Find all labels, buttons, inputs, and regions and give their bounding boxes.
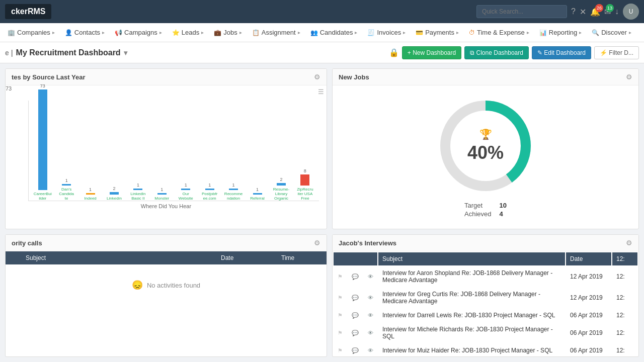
row-flag-icon[interactable]: ⚑ bbox=[334, 266, 347, 287]
new-jobs-settings-icon[interactable]: ⚙ bbox=[626, 73, 632, 81]
nav-campaigns[interactable]: 📢 Campaigns ▸ bbox=[110, 23, 167, 42]
chart-settings-icon[interactable]: ⚙ bbox=[314, 73, 320, 81]
download-icon[interactable]: ↓ bbox=[615, 7, 619, 16]
row-flag-icon[interactable]: ⚑ bbox=[334, 344, 347, 357]
bar-count-label: 1 bbox=[185, 183, 187, 188]
bar[interactable] bbox=[62, 184, 71, 186]
nav-payments-label: Payments bbox=[425, 29, 454, 36]
close-icon[interactable]: ✕ bbox=[580, 7, 586, 17]
nav-payments[interactable]: 💳 Payments ▸ bbox=[411, 23, 464, 42]
bar-name-label: Referral bbox=[250, 196, 264, 201]
row-date: 12 Apr 2019 bbox=[566, 288, 611, 308]
time-arrow: ▸ bbox=[527, 30, 529, 35]
chart-menu-icon[interactable]: ☰ bbox=[318, 88, 324, 96]
row-comment-icon[interactable]: 💬 bbox=[348, 323, 363, 343]
nav-leads[interactable]: ⭐ Leads ▸ bbox=[167, 23, 209, 42]
row-date: 06 Apr 2019 bbox=[566, 309, 611, 322]
nav-invoices[interactable]: 🧾 Invoices ▸ bbox=[362, 23, 411, 42]
bar[interactable] bbox=[205, 189, 214, 190]
calls-col-subject: Subject bbox=[26, 254, 221, 261]
row-eye-icon[interactable]: 👁 bbox=[364, 288, 377, 308]
bar[interactable] bbox=[38, 89, 47, 190]
interviews-header: Jacob's Interviews ⚙ bbox=[333, 235, 638, 251]
nav-discover[interactable]: 🔍 Discover ▸ bbox=[587, 23, 636, 42]
row-eye-icon[interactable]: 👁 bbox=[364, 266, 377, 287]
contacts-icon: 👤 bbox=[65, 29, 72, 36]
table-row: ⚑💬👁Interview for Greg Curtis Re: JOB-186… bbox=[334, 288, 637, 308]
clone-dashboard-button[interactable]: ⧉ Clone Dashboard bbox=[464, 46, 529, 59]
chart-x-label: Where Did You Hear bbox=[13, 203, 319, 209]
top-right-actions: ? ✕ 🔔 26 ✉ 13 ↓ U bbox=[476, 4, 639, 20]
bar-group: 73CareerBui ilder bbox=[31, 83, 54, 201]
bar[interactable] bbox=[133, 189, 142, 190]
new-jobs-widget: New Jobs ⚙ 🏆 40% bbox=[332, 68, 639, 229]
interviews-col-date: Date bbox=[566, 252, 611, 265]
bar[interactable] bbox=[253, 193, 262, 195]
bar-name-label: Monster bbox=[154, 196, 169, 201]
row-eye-icon[interactable]: 👁 bbox=[364, 309, 377, 322]
bars-container: 73CareerBui ilder1Dan's Candida te1Indee… bbox=[28, 101, 319, 201]
leads-arrow: ▸ bbox=[201, 30, 204, 35]
bar-count-label: 1 bbox=[232, 183, 235, 188]
bar-count-label: 2 bbox=[280, 177, 282, 182]
invoices-icon: 🧾 bbox=[367, 29, 375, 36]
bar-group: 1Dan's Candida te bbox=[55, 178, 77, 201]
notifications-icon[interactable]: 🔔 26 bbox=[590, 7, 600, 17]
messages-icon[interactable]: ✉ 13 bbox=[604, 7, 611, 17]
row-subject[interactable]: Interview for Greg Curtis Re: JOB-1868 D… bbox=[378, 288, 565, 308]
row-subject[interactable]: Interview for Aaron Shopland Re: JOB-186… bbox=[378, 266, 565, 287]
row-flag-icon[interactable]: ⚑ bbox=[334, 309, 347, 322]
row-comment-icon[interactable]: 💬 bbox=[348, 288, 363, 308]
nav-jobs[interactable]: 💼 Jobs ▸ bbox=[209, 23, 247, 42]
row-subject[interactable]: Interview for Michele Richards Re: JOB-1… bbox=[378, 323, 565, 343]
lock-icon[interactable]: 🔒 bbox=[389, 48, 399, 57]
new-jobs-header: New Jobs ⚙ bbox=[333, 69, 638, 85]
filter-button[interactable]: ⚡ Filter D... bbox=[594, 46, 639, 59]
edit-dashboard-button[interactable]: ✎ Edit Dashboard bbox=[532, 46, 591, 59]
assignment-icon: 📋 bbox=[252, 29, 260, 36]
bar[interactable] bbox=[181, 189, 190, 190]
row-comment-icon[interactable]: 💬 bbox=[348, 344, 363, 357]
nav-time[interactable]: ⏱ Time & Expense ▸ bbox=[464, 23, 534, 42]
nav-time-label: Time & Expense bbox=[477, 29, 525, 36]
nav-discover-label: Discover bbox=[601, 29, 627, 36]
bar[interactable] bbox=[157, 193, 167, 195]
row-date: 06 Apr 2019 bbox=[566, 323, 611, 343]
search-input[interactable] bbox=[476, 5, 567, 18]
discover-arrow: ▸ bbox=[629, 30, 631, 35]
row-flag-icon[interactable]: ⚑ bbox=[334, 323, 347, 343]
nav-companies[interactable]: 🏢 Companies ▸ bbox=[3, 23, 60, 42]
user-avatar[interactable]: U bbox=[623, 4, 639, 20]
table-row: ⚑💬👁Interview for Michele Richards Re: JO… bbox=[334, 323, 637, 343]
calls-settings-icon[interactable]: ⚙ bbox=[314, 239, 320, 247]
row-eye-icon[interactable]: 👁 bbox=[364, 344, 377, 357]
bar-name-label: Dan's Candida te bbox=[59, 187, 74, 201]
bar[interactable] bbox=[110, 192, 119, 195]
row-eye-icon[interactable]: 👁 bbox=[364, 323, 377, 343]
help-icon[interactable]: ? bbox=[571, 7, 576, 16]
interviews-settings-icon[interactable]: ⚙ bbox=[626, 239, 632, 247]
bar[interactable] bbox=[229, 189, 238, 190]
row-subject[interactable]: Interview for Darrell Lewis Re: JOB-1830… bbox=[378, 309, 565, 322]
bar-group: 1LinkedIn Basic II bbox=[127, 183, 149, 201]
nav-candidates[interactable]: 👥 Candidates ▸ bbox=[305, 23, 363, 42]
nav-assignment[interactable]: 📋 Assignment ▸ bbox=[247, 23, 305, 42]
candidates-icon: 👥 bbox=[310, 29, 318, 36]
new-dashboard-button[interactable]: + New Dashboard bbox=[402, 46, 461, 59]
bar[interactable] bbox=[277, 183, 286, 186]
row-comment-icon[interactable]: 💬 bbox=[348, 266, 363, 287]
row-subject[interactable]: Interview for Muiz Haider Re: JOB-1830 P… bbox=[378, 344, 565, 357]
nav-contacts[interactable]: 👤 Contacts ▸ bbox=[60, 23, 110, 42]
bar-count-label: 1 bbox=[137, 183, 139, 188]
bar-group: 1Monster bbox=[150, 187, 173, 201]
nav-reporting[interactable]: 📊 Reporting ▸ bbox=[534, 23, 587, 42]
bar[interactable] bbox=[300, 174, 309, 186]
nav-campaigns-label: Campaigns bbox=[124, 29, 157, 36]
chevron-down-icon[interactable]: ▾ bbox=[124, 49, 127, 57]
bar[interactable] bbox=[86, 193, 95, 195]
donut-percent: 40% bbox=[467, 142, 504, 163]
row-flag-icon[interactable]: ⚑ bbox=[334, 288, 347, 308]
breadcrumb: e | bbox=[5, 49, 13, 57]
row-comment-icon[interactable]: 💬 bbox=[348, 309, 363, 322]
row-time: 12: bbox=[612, 288, 637, 308]
